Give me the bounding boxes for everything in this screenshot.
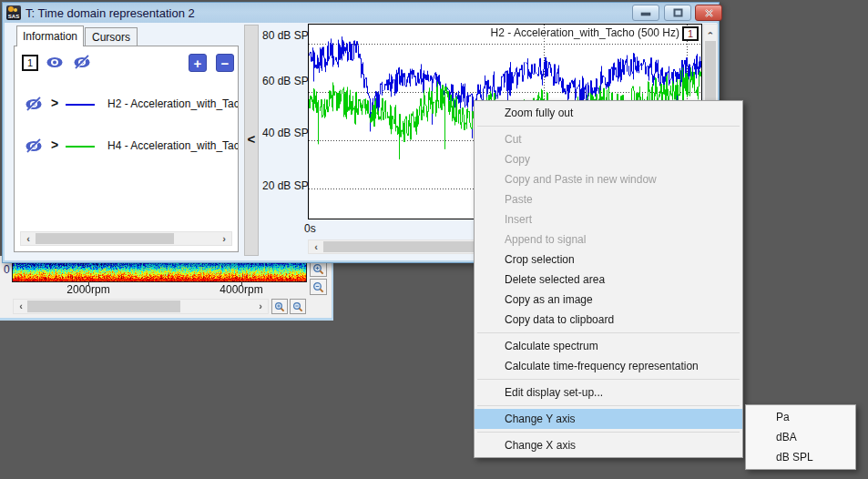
window-title: T: Time domain representation 2 <box>26 6 195 20</box>
legend-row[interactable]: >H2 - Acceleration_with_Tacl <box>15 96 238 114</box>
series-label: H4 - Acceleration_with_Tacl <box>107 139 238 152</box>
scroll-left-icon[interactable]: ‹ <box>311 241 322 253</box>
rpm-horizontal-scrollbar[interactable]: ‹ › <box>13 299 269 314</box>
close-icon <box>704 9 714 17</box>
scroll-left-icon[interactable]: ‹ <box>23 233 34 245</box>
series-color-line <box>66 146 95 148</box>
menu-item-copy-as-an-image[interactable]: Copy as an image <box>475 290 742 310</box>
panel-splitter[interactable]: < <box>244 25 259 256</box>
menu-separator <box>475 330 742 336</box>
add-icon: + <box>194 56 202 71</box>
plot-index-badge: 1 <box>682 26 699 41</box>
y-tick-label: 40 dB SPL <box>262 127 314 139</box>
display-index-badge: 1 <box>22 55 38 71</box>
remove-curve-button[interactable]: − <box>216 54 234 72</box>
menu-item-delete-selected-area[interactable]: Delete selected area <box>475 270 742 290</box>
series-color-line <box>66 104 95 106</box>
minimize-button[interactable] <box>632 5 659 21</box>
legend-expand-icon[interactable]: > <box>51 137 58 153</box>
y-tick-label: 60 dB SPL <box>262 75 314 87</box>
zoom-out-icon <box>312 281 324 293</box>
show-all-button[interactable] <box>44 54 66 70</box>
scroll-up-glyph: › <box>704 32 716 36</box>
zoom-out-icon <box>292 301 303 312</box>
context-menu: Zoom fully outCutCopyCopy and Paste in n… <box>474 100 743 458</box>
minimize-icon <box>640 9 651 17</box>
menu-item-zoom-fully-out[interactable]: Zoom fully out <box>475 103 742 123</box>
gear-icon <box>14 8 17 12</box>
hide-all-button[interactable] <box>71 54 93 70</box>
titlebar[interactable]: SAS T: Time domain representation 2 <box>3 3 719 23</box>
legend-row[interactable]: >H4 - Acceleration_with_Tacl <box>15 138 238 156</box>
menu-item-insert: Insert <box>475 209 742 229</box>
scrollbar-thumb[interactable] <box>27 301 180 312</box>
eye-icon <box>45 56 65 69</box>
y-axis-submenu: PadBAdB SPL <box>745 404 856 470</box>
add-curve-button[interactable]: + <box>189 54 207 72</box>
scroll-left-icon[interactable]: ‹ <box>15 301 26 312</box>
tab-label: Information <box>23 30 77 43</box>
menu-item-calculate-time-frequency-representation[interactable]: Calculate time-frequency representation <box>475 356 742 376</box>
menu-separator <box>475 403 742 409</box>
menu-item-append-to-signal: Append to signal <box>475 229 742 250</box>
app-icon: SAS <box>6 5 21 20</box>
close-button[interactable] <box>695 5 722 21</box>
y-tick-label: 80 dB SPL <box>262 29 314 42</box>
tab-label: Cursors <box>92 31 130 44</box>
tab-information[interactable]: Information <box>16 25 84 46</box>
collapse-left-icon[interactable]: < <box>245 127 258 151</box>
menu-item-change-x-axis[interactable]: Change X axis <box>475 435 742 455</box>
panel-horizontal-scrollbar[interactable]: ‹ › <box>20 231 232 246</box>
time-frequency-window: 0 2000rpm 4000rpm ‹ › <box>0 256 333 321</box>
menu-separator <box>475 429 742 435</box>
zoom-out-button[interactable] <box>290 299 306 314</box>
zoom-in-icon <box>312 263 324 275</box>
menu-item-change-y-axis[interactable]: Change Y axis <box>475 409 742 429</box>
plot-header-label: H2 - Acceleration_with_Tacho (500 Hz) <box>491 26 679 39</box>
zoom-in-button[interactable] <box>271 299 288 314</box>
y-tick-label: 20 dB SPL <box>262 179 314 192</box>
submenu-item-db-spl[interactable]: dB SPL <box>746 447 855 467</box>
remove-icon: − <box>221 56 230 71</box>
menu-item-cut: Cut <box>475 129 742 149</box>
scroll-up-icon[interactable]: › <box>705 27 716 39</box>
eye-slash-icon[interactable] <box>24 138 44 157</box>
maximize-icon <box>673 8 683 17</box>
x-tick-label: 0s <box>304 222 316 235</box>
tab-cursors[interactable]: Cursors <box>85 27 138 46</box>
zoom-out-button[interactable] <box>310 279 327 295</box>
menu-item-edit-display-set-up[interactable]: Edit display set-up... <box>475 382 742 403</box>
scrollbar-thumb[interactable] <box>36 233 174 244</box>
colormap-strip[interactable] <box>12 260 307 282</box>
submenu-item-pa[interactable]: Pa <box>746 407 855 427</box>
menu-item-calculate-spectrum[interactable]: Calculate spectrum <box>475 336 742 356</box>
app-icon-label: SAS <box>6 14 21 20</box>
legend-expand-icon[interactable]: > <box>51 95 58 111</box>
menu-item-copy-and-paste-in-new-window: Copy and Paste in new window <box>475 169 742 189</box>
menu-item-copy: Copy <box>475 149 742 169</box>
rpm-x-tick-label: 2000rpm <box>55 283 122 296</box>
menu-item-paste: Paste <box>475 189 742 209</box>
rpm-y-tick-label: 0 <box>4 263 10 276</box>
submenu-item-dba[interactable]: dBA <box>746 427 855 447</box>
scroll-right-icon[interactable]: › <box>255 301 266 312</box>
zoom-in-icon <box>274 301 285 312</box>
series-label: H2 - Acceleration_with_Tacl <box>107 97 238 110</box>
rpm-x-tick-label: 4000rpm <box>208 283 275 296</box>
eye-slash-icon <box>72 55 92 69</box>
menu-item-crop-selection[interactable]: Crop selection <box>475 250 742 270</box>
menu-separator <box>475 376 742 382</box>
eye-slash-icon[interactable] <box>24 97 44 115</box>
desktop: { "window": { "title": "T: Time domain r… <box>0 0 868 479</box>
scroll-right-icon[interactable]: › <box>219 233 230 245</box>
menu-item-copy-data-to-clipboard[interactable]: Copy data to clipboard <box>475 310 742 330</box>
menu-separator <box>475 123 742 129</box>
information-panel: 1 + − >H2 - Acceleration_with <box>14 46 239 252</box>
maximize-button[interactable] <box>664 5 691 21</box>
